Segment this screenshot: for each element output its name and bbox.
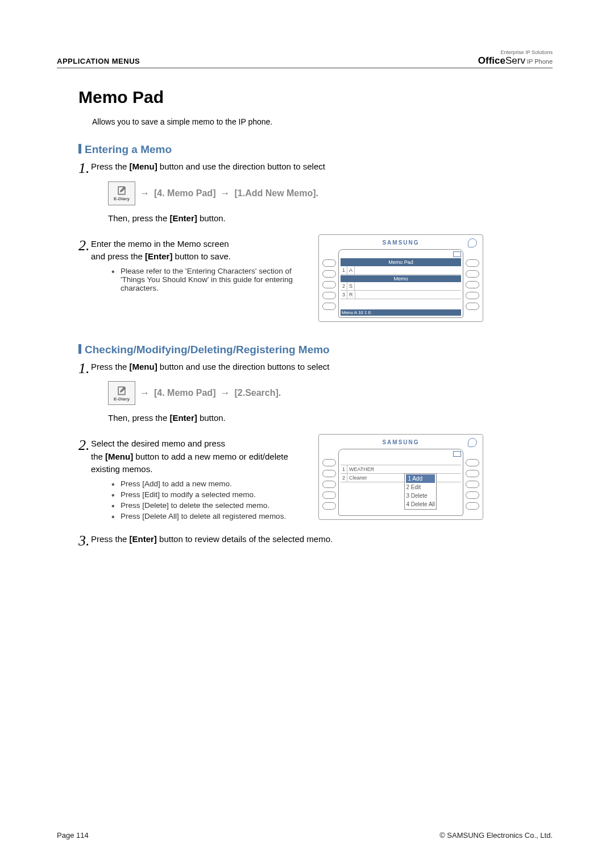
- section-entering-memo: Entering a Memo: [78, 143, 553, 156]
- brand-office: Office: [478, 55, 505, 66]
- context-menu-popup: 1 Add 2 Edit 3 Delete 4 Delete All: [404, 473, 437, 510]
- step-number-3: 3.: [78, 530, 90, 552]
- ediary-icon: E-Diary: [108, 181, 135, 205]
- screen-title: Memo Pad: [341, 258, 461, 266]
- screen-status: Menu A 10 1 E: [341, 309, 461, 316]
- arrow-icon: →: [220, 387, 230, 399]
- nav-memo-pad-2: [4. Memo Pad]: [154, 388, 215, 398]
- phone-mock-2: SAMSUNG 1WEATHER 2Cleaner 1 Add 2 Edit 3…: [318, 434, 483, 520]
- s1-step1-c: button and use the direction button to s…: [157, 162, 325, 171]
- s2-then: Then, press the [Enter] button.: [108, 413, 553, 423]
- intro-text: Allows you to save a simple memo to the …: [92, 117, 553, 126]
- step-number-1b: 1.: [78, 357, 90, 379]
- page-footer: Page 114 © SAMSUNG Electronics Co., Ltd.: [57, 831, 553, 840]
- section-bar-icon: [78, 144, 81, 154]
- list-1-text: WEATHER: [347, 465, 461, 473]
- step-number-1: 1.: [78, 157, 90, 179]
- r2b: S: [347, 282, 355, 290]
- enter-label-3: [Enter]: [169, 413, 197, 423]
- arrow-icon: →: [140, 188, 150, 199]
- phone-brand: SAMSUNG: [382, 239, 419, 246]
- nav-search: [2.Search].: [234, 388, 281, 398]
- menu-label: [Menu]: [130, 162, 157, 171]
- bullet-delete: Press [Delete] to delete the selected me…: [108, 501, 307, 510]
- arrow-icon: →: [140, 387, 150, 399]
- page-title: Memo Pad: [78, 88, 553, 107]
- s1-then: Then, press the [Enter] button.: [108, 213, 553, 223]
- list-1-num: 1: [341, 465, 347, 473]
- r1b: A: [347, 266, 355, 274]
- section-check-modify: Checking/Modifying/Deleting/Registering …: [78, 344, 553, 356]
- battery-icon: [453, 451, 461, 457]
- r1a: 1: [341, 266, 347, 274]
- s2-step3-c: button to review details of the selected…: [157, 534, 333, 544]
- nav-path-1: E-Diary → [4. Memo Pad] → [1.Add New Mem…: [108, 181, 553, 205]
- s1-step2-d: button to save.: [172, 251, 231, 261]
- list-2-num: 2: [341, 474, 347, 482]
- header-brand: Enterprise IP Solutions OfficeServIP Pho…: [478, 50, 553, 65]
- s2-step1: 1. Press the [Menu] button and use the d…: [91, 361, 553, 374]
- section-bar-icon: [78, 344, 81, 354]
- s2-step3: 3. Press the [Enter] button to review de…: [91, 533, 553, 546]
- s1-step2-a: Enter the memo in the Memo screen: [91, 239, 229, 249]
- bullet-edit: Press [Edit] to modify a selected memo.: [108, 490, 307, 499]
- battery-icon: [453, 251, 461, 257]
- s2-bullets: Press [Add] to add a new memo. Press [Ed…: [108, 480, 307, 520]
- copyright: © SAMSUNG Electronics Co., Ltd.: [439, 831, 553, 840]
- then-c: button.: [197, 213, 226, 223]
- ediary-icon-label: E-Diary: [114, 396, 130, 402]
- bullet-delete-all: Press [Delete All] to delete all registe…: [108, 512, 307, 520]
- nav-add-new-memo: [1.Add New Memo].: [234, 188, 318, 199]
- bullet-entering-chars: Please refer to the 'Entering Characters…: [108, 267, 307, 292]
- then2-a: Then, press the: [108, 413, 169, 423]
- menu-label-2: [Menu]: [130, 362, 157, 371]
- then2-c: button.: [197, 413, 226, 423]
- phone-right-softkeys: [466, 249, 479, 318]
- nav-memo-pad: [4. Memo Pad]: [154, 188, 215, 199]
- page-number: Page 114: [57, 831, 89, 840]
- s2-step2: 2. Select the desired memo and press the…: [91, 437, 307, 476]
- section-heading-2: Checking/Modifying/Deleting/Registering …: [85, 344, 330, 356]
- phone-left-softkeys-2: [322, 449, 336, 516]
- r3a: 3: [341, 291, 347, 299]
- r3b: R: [347, 291, 355, 299]
- nav-path-2: E-Diary → [4. Memo Pad] → [2.Search].: [108, 381, 553, 405]
- screen-sub: Memo: [341, 275, 461, 282]
- document-page: APPLICATION MENUS Enterprise IP Solution…: [0, 0, 614, 868]
- enter-label: [Enter]: [169, 213, 197, 223]
- notebook-icon: [115, 185, 128, 196]
- s1-step1: 1. Press the [Menu] button and use the d…: [91, 160, 553, 173]
- ediary-icon: E-Diary: [108, 381, 135, 405]
- phone-screen-1: Memo Pad 1A Memo 2S 3R Menu A 10 1 E: [338, 249, 463, 318]
- enter-label-4: [Enter]: [130, 534, 157, 544]
- s1-step2-b: and press the: [91, 251, 145, 261]
- phone-brand-2: SAMSUNG: [382, 439, 419, 445]
- s2-step1-a: Press the: [91, 362, 130, 371]
- notebook-icon: [115, 385, 128, 396]
- section-heading-1: Entering a Memo: [85, 143, 172, 155]
- page-header: APPLICATION MENUS Enterprise IP Solution…: [57, 50, 553, 68]
- phone-screen-2: 1WEATHER 2Cleaner 1 Add 2 Edit 3 Delete …: [338, 449, 463, 516]
- then-a: Then, press the: [108, 213, 169, 223]
- phone-right-softkeys-2: [466, 449, 479, 516]
- header-section: APPLICATION MENUS: [57, 57, 140, 65]
- phone-nav-icon: [468, 438, 477, 447]
- s2-step2-a: Select the desired memo and press: [91, 439, 225, 448]
- popup-delete-all: 4 Delete All: [406, 500, 435, 509]
- step-number-2: 2.: [78, 234, 90, 257]
- brand-serv: Serv: [505, 55, 525, 66]
- phone-mock-1: SAMSUNG Memo Pad 1A Memo 2S 3R Menu A 10…: [318, 234, 483, 322]
- popup-add: 1 Add: [406, 474, 435, 483]
- s2-step1-c: button and use the direction buttons to …: [157, 362, 330, 371]
- step-number-2b: 2.: [78, 434, 90, 456]
- brand-small-text: Enterprise IP Solutions: [478, 50, 553, 55]
- ediary-icon-label: E-Diary: [114, 196, 130, 201]
- s1-step1-a: Press the: [91, 162, 130, 171]
- r2a: 2: [341, 282, 347, 290]
- popup-delete: 3 Delete: [406, 491, 435, 500]
- menu-label-3: [Menu]: [105, 452, 133, 461]
- s1-bullets: Please refer to the 'Entering Characters…: [108, 267, 307, 292]
- enter-label-2: [Enter]: [145, 251, 172, 261]
- s2-step2-b: the: [91, 452, 105, 461]
- s1-step2: 2. Enter the memo in the Memo screen and…: [91, 238, 307, 263]
